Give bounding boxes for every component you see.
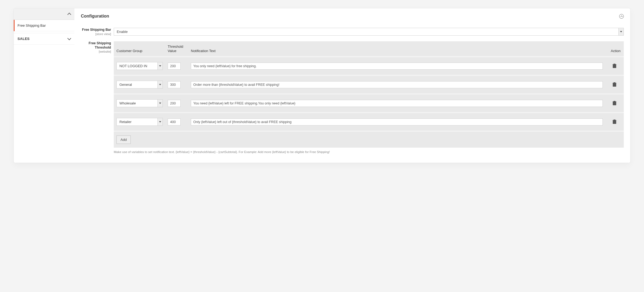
col-header-text: Notification Text [184, 49, 608, 53]
col-header-value: Threshold Value [168, 45, 184, 53]
delete-row-button[interactable] [612, 101, 617, 106]
col-header-action: Action [608, 49, 621, 53]
notification-text-input[interactable] [191, 100, 603, 107]
select-value: Enable [114, 28, 618, 36]
trash-icon [612, 63, 617, 68]
collapse-section-button[interactable] [619, 14, 624, 19]
notification-text-input[interactable] [191, 63, 603, 70]
trash-icon [612, 119, 617, 124]
threshold-table: Customer Group Threshold Value Notificat… [114, 41, 624, 148]
section-header: Configuration [81, 14, 624, 19]
chevron-down-icon [157, 81, 163, 89]
chevron-down-icon [67, 36, 71, 40]
field-label: Free Shipping Bar [store view] [81, 28, 114, 36]
sidebar-item-sales[interactable]: SALES [14, 33, 74, 45]
field-free-shipping-bar: Free Shipping Bar [store view] Enable [81, 28, 624, 36]
col-header-group: Customer Group [116, 49, 168, 53]
threshold-value-input[interactable] [168, 100, 181, 107]
table-header: Customer Group Threshold Value Notificat… [114, 41, 624, 56]
sidebar-item-label: SALES [18, 37, 30, 41]
trash-icon [612, 82, 617, 87]
table-row: NOT LOGGED IN [114, 56, 624, 75]
table-row: Wholesale [114, 93, 624, 112]
field-label: Free Shipping Threshold [website] [81, 41, 114, 154]
table-row: Retailer [114, 112, 624, 131]
sidebar-collapse-header[interactable] [14, 8, 74, 20]
delete-row-button[interactable] [612, 63, 617, 69]
chevron-down-icon [157, 62, 163, 70]
delete-row-button[interactable] [612, 119, 617, 125]
threshold-value-input[interactable] [168, 118, 181, 125]
notification-text-input[interactable] [191, 118, 603, 125]
trash-icon [612, 101, 617, 105]
chevron-down-icon [157, 118, 163, 126]
chevron-up-icon [620, 15, 622, 18]
main-content: Configuration Free Shipping Bar [store v… [74, 8, 630, 163]
customer-group-select[interactable]: NOT LOGGED IN [116, 62, 163, 70]
chevron-up-icon [67, 12, 71, 16]
customer-group-select[interactable]: Retailer [116, 118, 163, 126]
customer-group-select[interactable]: Wholesale [116, 99, 163, 107]
customer-group-select[interactable]: General [116, 81, 163, 89]
help-text: Make use of variables to set notificatio… [114, 150, 624, 154]
config-panel: Free Shipping Bar SALES Configuration Fr… [13, 8, 631, 163]
sidebar-item-free-shipping-bar[interactable]: Free Shipping Bar [14, 20, 74, 31]
delete-row-button[interactable] [612, 82, 617, 87]
add-button[interactable]: Add [116, 135, 131, 144]
free-shipping-bar-select[interactable]: Enable [114, 28, 624, 36]
threshold-value-input[interactable] [168, 63, 181, 70]
field-free-shipping-threshold: Free Shipping Threshold [website] Custom… [81, 41, 624, 154]
sidebar: Free Shipping Bar SALES [14, 8, 74, 163]
chevron-down-icon [618, 28, 624, 36]
notification-text-input[interactable] [191, 81, 603, 88]
sidebar-item-label: Free Shipping Bar [18, 23, 46, 28]
table-footer: Add [114, 131, 624, 148]
table-row: General [114, 75, 624, 93]
threshold-value-input[interactable] [168, 81, 181, 88]
page-title: Configuration [81, 14, 109, 19]
chevron-down-icon [157, 99, 163, 107]
